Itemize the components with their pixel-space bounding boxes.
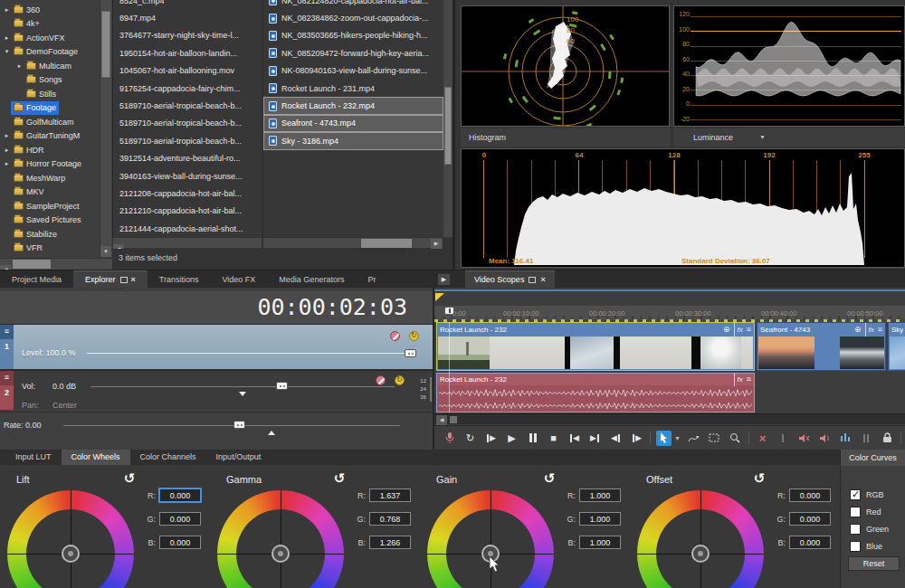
color-wheel[interactable] <box>427 490 554 588</box>
panel-tab[interactable]: Explorer × <box>73 270 148 289</box>
pan-value[interactable]: Center <box>52 401 77 410</box>
zoom-tool-button[interactable] <box>728 431 743 446</box>
wheel-reset-icon[interactable] <box>331 470 348 487</box>
tree-item[interactable]: Stills <box>0 87 100 101</box>
file-row[interactable]: NK_083503665-hikers-people-hiking-h... <box>263 27 443 44</box>
timeline-horizontal-scrollbar[interactable]: ◀ <box>434 413 905 424</box>
file-row[interactable]: NK_082124820-cappadocia-hot-air-bal... <box>263 0 443 9</box>
checkbox-icon[interactable] <box>850 489 861 500</box>
g-value-field[interactable]: 0.768 <box>369 512 411 526</box>
rate-slider[interactable] <box>63 425 400 426</box>
tree-item[interactable]: HDR <box>0 143 100 157</box>
clip-menu-icon[interactable]: ≡ <box>747 323 751 337</box>
file-row[interactable]: 2121210-cappadocia-hot-air-bal... <box>113 203 262 220</box>
timecode-display[interactable]: 00:00:02:03 <box>257 294 407 320</box>
pan-crop-icon[interactable]: ⊕ <box>723 323 730 337</box>
b-value-field[interactable]: 1.266 <box>369 536 411 549</box>
channel-checkbox[interactable]: Blue <box>850 537 889 555</box>
histogram-title-bar[interactable]: Histogram <box>461 128 671 147</box>
track-mute-icon[interactable] <box>390 331 400 341</box>
file-row[interactable]: Rocket Launch - 231.mp4 <box>263 80 443 97</box>
file-row[interactable]: NK_082384862-zoom-out-cappadocia-... <box>263 9 443 26</box>
checkbox-icon[interactable] <box>850 541 861 552</box>
rate-slider-handle[interactable] <box>233 421 245 429</box>
channel-checkbox[interactable]: RGB <box>850 486 889 503</box>
tree-item[interactable]: 4k+ <box>0 17 100 32</box>
audio-track-header[interactable]: ≡ 2 Vol: 0.0 dB Pan: Center 122436 <box>0 369 433 410</box>
expand-arrow-icon[interactable] <box>3 48 11 55</box>
expand-arrow-icon[interactable] <box>3 34 11 42</box>
tree-horizontal-scrollbar[interactable]: ◀ <box>0 258 112 270</box>
delete-button[interactable]: × <box>755 431 770 446</box>
file-row[interactable]: 5189710-aerial-tropical-beach-b... <box>113 132 262 149</box>
track-menu-icon[interactable]: ≡ <box>0 325 14 339</box>
video-track-header[interactable]: ≡ 1 Level: 100.0 % <box>0 324 433 369</box>
color-wheel-puck[interactable] <box>62 545 80 563</box>
clip-menu-icon[interactable]: ≡ <box>747 373 751 386</box>
color-wheel-puck[interactable] <box>272 545 290 563</box>
next-frame-button[interactable]: ▶ <box>629 431 644 446</box>
file-row[interactable]: 3764677-starry-night-sky-time-l... <box>113 27 262 44</box>
b-value-field[interactable]: 0.000 <box>159 536 201 549</box>
scrollbar-thumb[interactable] <box>444 87 452 165</box>
grading-tab[interactable]: Input LUT <box>5 450 62 465</box>
grading-tab[interactable]: Color Wheels <box>62 450 130 465</box>
tree-vertical-scrollbar[interactable]: ▼ <box>100 0 111 257</box>
track-solo-icon[interactable] <box>409 331 419 341</box>
r-value-field[interactable]: 1.000 <box>579 488 621 502</box>
grading-tab[interactable]: Color Channels <box>130 450 206 465</box>
track-mute-icon[interactable] <box>376 375 386 385</box>
audio-meters-button[interactable] <box>838 431 853 446</box>
lock-button[interactable] <box>880 431 895 446</box>
close-icon[interactable]: × <box>131 276 136 283</box>
file-row[interactable]: 8947.mp4 <box>113 9 262 26</box>
level-slider-handle[interactable] <box>405 349 416 357</box>
play-button[interactable]: ▶ <box>504 431 519 446</box>
envelope-tool-button[interactable] <box>686 431 701 446</box>
file-row[interactable]: NK_085209472-forward-high-key-aeria... <box>263 44 443 62</box>
scroll-left-button[interactable]: ◀ <box>436 415 447 425</box>
volume-slider[interactable] <box>90 386 395 387</box>
tab-overflow-button[interactable]: ▶ <box>438 274 450 285</box>
g-value-field[interactable]: 1.000 <box>579 512 621 526</box>
channel-checkbox[interactable]: Green <box>850 520 889 537</box>
file-row[interactable]: 2121208-cappadocia-hot-air-bal... <box>113 185 262 202</box>
video-clip-sky[interactable]: Sky - <box>888 322 905 371</box>
file-row[interactable]: 1950154-hot-air-balloon-landin... <box>113 44 262 62</box>
scroll-down-button[interactable]: ▼ <box>100 246 111 257</box>
pause-button[interactable] <box>525 431 540 446</box>
b-value-field[interactable]: 1.000 <box>579 536 621 549</box>
track-menu-icon[interactable]: ≡ <box>0 371 14 385</box>
file-row[interactable]: 9176254-cappadocia-fairy-chim... <box>113 80 262 97</box>
tree-item[interactable]: Saved Pictures <box>0 213 100 228</box>
color-wheel[interactable] <box>7 490 134 588</box>
tree-item[interactable]: Songs <box>0 73 100 88</box>
playhead-marker[interactable] <box>444 307 454 315</box>
scroll-right-button[interactable]: ▶ <box>431 239 442 249</box>
tree-item[interactable]: VFR <box>0 242 100 256</box>
tree-item[interactable]: Horror Footage <box>0 157 100 172</box>
mute-event-button[interactable] <box>796 431 812 446</box>
luminance-selector[interactable]: Luminance ▼ <box>673 128 905 147</box>
color-wheel[interactable] <box>637 490 764 588</box>
file-row[interactable]: 5189710-aerial-tropical-beach-b... <box>113 115 262 132</box>
video-clip-seafront[interactable]: Seafront - 4743 ⊕ fx ≡ <box>757 322 886 371</box>
event-fx-icon[interactable]: fx <box>865 323 874 337</box>
color-wheel-puck[interactable] <box>691 545 710 563</box>
file-row[interactable]: 3940163-view-ball-during-sunse... <box>113 167 262 185</box>
scrollbar-thumb[interactable] <box>101 11 110 78</box>
r-value-field[interactable]: 1.637 <box>369 488 411 502</box>
volume-value[interactable]: 0.0 dB <box>52 382 76 391</box>
g-value-field[interactable]: 0.000 <box>159 512 201 526</box>
restore-window-icon[interactable] <box>529 277 536 283</box>
color-wheel[interactable] <box>217 490 344 588</box>
file-list-horizontal-scrollbar[interactable]: ▶ <box>262 237 443 249</box>
restore-window-icon[interactable] <box>120 277 128 283</box>
curves-reset-button[interactable]: Reset <box>848 556 900 571</box>
wheel-reset-icon[interactable] <box>541 470 557 487</box>
panel-tab[interactable]: Transitions × <box>148 270 211 289</box>
file-row[interactable]: Rocket Launch - 232.mp4 <box>263 97 443 114</box>
selection-tool-button[interactable] <box>707 431 722 446</box>
tree-item[interactable]: Stabilize <box>0 227 100 242</box>
dropdown-caret-icon[interactable]: ▼ <box>759 134 766 140</box>
